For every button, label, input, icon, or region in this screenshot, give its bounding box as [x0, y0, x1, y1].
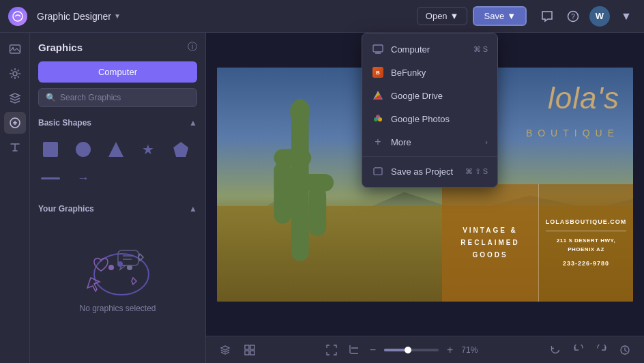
square-shape [43, 142, 58, 157]
shapes-grid: ★ → [38, 137, 197, 190]
chevron-down-icon: ▼ [621, 10, 632, 23]
save-befunky-item[interactable]: B BeFunky [362, 61, 497, 84]
shape-line-item[interactable] [38, 166, 63, 190]
save-more-item[interactable]: + More › [362, 130, 497, 154]
line-shape [41, 177, 60, 179]
search-icon: 🔍 [46, 93, 56, 102]
svg-rect-17 [309, 186, 327, 236]
shape-arrow-item[interactable]: → [71, 166, 96, 190]
svg-rect-21 [250, 345, 254, 349]
save-computer-label: Computer [391, 44, 430, 55]
address-panel: LOLASBOUTIQUE.COM 211 S DESERT HWY, PHOE… [539, 184, 633, 302]
main-area: Graphics ⓘ Computer 🔍 Basic Shapes ▲ ★ →… [0, 33, 644, 363]
save-to-computer-item[interactable]: Computer ⌘ S [362, 38, 497, 61]
no-graphics-label: No graphics selected [79, 304, 156, 313]
save-button[interactable]: Save ▼ [473, 6, 527, 26]
your-graphics-collapse-button[interactable]: ▲ [189, 204, 197, 214]
save-dropdown-menu: Computer ⌘ S B BeFunky Google Drive [362, 33, 498, 188]
svg-point-33 [376, 116, 380, 120]
save-project-label: Save as Project [391, 166, 453, 177]
zoom-out-button[interactable]: − [367, 343, 379, 358]
save-as-project-item[interactable]: Save as Project ⌘ ⇧ S [362, 160, 497, 183]
svg-point-5 [13, 72, 17, 76]
header-right-actions: ? W ▼ [538, 6, 636, 27]
info-icon[interactable]: ⓘ [188, 41, 197, 53]
save-computer-shortcut: ⌘ S [473, 45, 488, 54]
search-input[interactable] [60, 93, 190, 102]
dropdown-divider [362, 156, 497, 157]
svg-point-19 [290, 99, 310, 124]
nav-graphics-button[interactable] [4, 112, 26, 134]
your-graphics-title: Your Graphics [38, 204, 94, 214]
app-title-button[interactable]: Graphic Designer ▼ [33, 8, 125, 25]
layers-tool-button[interactable] [217, 342, 233, 358]
shape-square-item[interactable] [38, 137, 63, 162]
svg-rect-20 [245, 345, 249, 349]
chat-icon-button[interactable] [538, 7, 557, 26]
sidebar: Graphics ⓘ Computer 🔍 Basic Shapes ▲ ★ →… [30, 33, 206, 363]
save-gphotos-label: Google Photos [391, 114, 450, 124]
nav-layers-button[interactable] [4, 87, 26, 109]
account-chevron-button[interactable]: ▼ [617, 7, 636, 26]
sidebar-header: Graphics ⓘ [38, 41, 197, 53]
computer-button[interactable]: Computer [38, 61, 197, 83]
chevron-down-icon: ▼ [450, 11, 459, 21]
basic-shapes-section-header: Basic Shapes ▲ [38, 118, 197, 128]
cactus-illustration [244, 74, 353, 286]
svg-rect-34 [374, 168, 382, 175]
nav-effects-button[interactable] [4, 63, 26, 85]
bottom-toolbar: − + 71% [206, 336, 644, 363]
nav-text-button[interactable] [4, 136, 26, 158]
help-icon-button[interactable]: ? [564, 7, 583, 26]
crop-button[interactable] [345, 342, 362, 358]
gphotos-menu-icon [372, 113, 384, 125]
shape-star-item[interactable]: ★ [136, 137, 160, 162]
more-menu-icon: + [372, 136, 384, 148]
address-text: 211 S DESERT HWY, PHOENIX AZ [546, 237, 626, 255]
svg-point-0 [13, 12, 23, 21]
chevron-down-icon: ▼ [507, 11, 516, 21]
zoom-slider-thumb [405, 347, 411, 353]
app-header: Graphic Designer ▼ Open ▼ Save ▼ ? W [0, 0, 644, 33]
boutique-url: LOLASBOUTIQUE.COM [546, 218, 627, 225]
search-box: 🔍 [38, 88, 197, 107]
zoom-slider[interactable] [384, 349, 439, 351]
boutique-name-overlay: lola's [548, 81, 619, 115]
computer-menu-icon [372, 43, 384, 55]
undo-button[interactable] [570, 342, 587, 358]
toolbar-center: − + 71% [323, 342, 482, 358]
svg-text:?: ? [571, 13, 575, 20]
save-befunky-label: BeFunky [391, 68, 426, 78]
star-shape: ★ [142, 143, 154, 156]
zoom-slider-fill [384, 349, 406, 351]
fit-screen-button[interactable] [323, 342, 340, 358]
save-gdrive-label: Google Drive [391, 91, 443, 101]
vintage-text: VINTAGE & RECLAIMED GOODS [460, 224, 519, 261]
pentagon-shape [173, 142, 188, 157]
shape-circle-item[interactable] [71, 137, 96, 162]
nav-photo-button[interactable] [4, 38, 26, 60]
redo-button[interactable] [594, 342, 610, 358]
save-gdrive-item[interactable]: Google Drive [362, 84, 497, 107]
gdrive-menu-icon [372, 89, 384, 102]
zoom-in-button[interactable]: + [444, 343, 456, 358]
svg-rect-18 [296, 173, 334, 191]
divider-line [546, 231, 626, 231]
shape-pentagon-item[interactable] [169, 137, 193, 162]
toolbar-left [217, 342, 258, 358]
save-gphotos-item[interactable]: Google Photos [362, 107, 497, 130]
chevron-down-icon: ▼ [114, 12, 121, 20]
shape-triangle-item[interactable] [104, 137, 128, 162]
zoom-level-display: 71% [461, 345, 482, 355]
avatar-button[interactable]: W [589, 6, 610, 27]
sidebar-title: Graphics [38, 42, 83, 53]
open-button[interactable]: Open ▼ [417, 7, 468, 25]
befunky-menu-icon: B [372, 66, 384, 78]
basic-shapes-collapse-button[interactable]: ▲ [189, 118, 197, 128]
history-button[interactable] [617, 342, 633, 358]
refresh-button[interactable] [547, 342, 564, 358]
grid-tool-button[interactable] [241, 342, 258, 358]
basic-shapes-title: Basic Shapes [38, 118, 91, 128]
phone-text: 233-226-9780 [563, 260, 609, 267]
svg-point-8 [108, 265, 114, 270]
